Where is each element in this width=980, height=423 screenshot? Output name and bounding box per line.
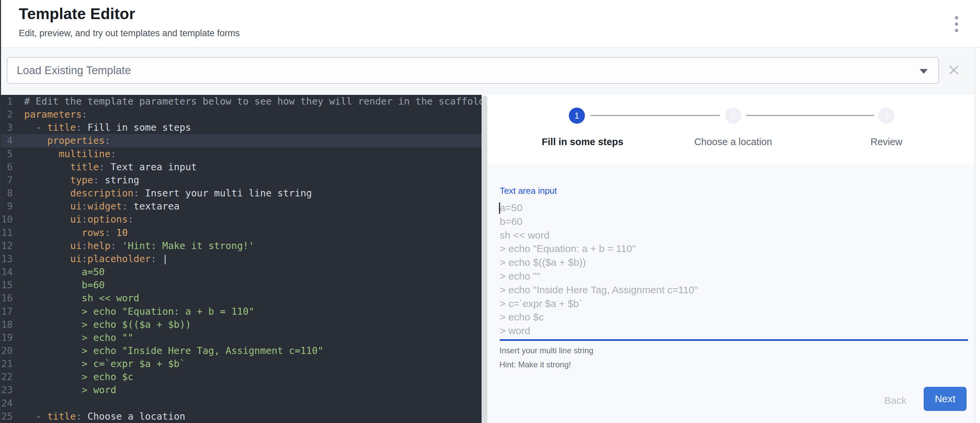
step-label-3: Review xyxy=(870,136,902,147)
line-content xyxy=(16,397,24,410)
line-number: 11 xyxy=(0,226,16,239)
line-content: > echo $c xyxy=(16,371,134,383)
line-number: 19 xyxy=(0,331,16,344)
line-number: 14 xyxy=(0,265,16,279)
line-content: properties: xyxy=(16,134,110,147)
textarea-placeholder-line: > word xyxy=(500,324,955,338)
line-content: parameters: xyxy=(16,108,88,121)
template-picker-band: Load Existing Template xyxy=(0,49,980,95)
code-line-4[interactable]: 4 properties: xyxy=(0,134,482,147)
textarea-placeholder-line: > echo "Equation: a + b = 110" xyxy=(500,242,955,256)
line-number: 21 xyxy=(0,357,16,371)
code-line-5[interactable]: 5 multiline: xyxy=(0,147,482,160)
line-content: ui:placeholder: | xyxy=(16,252,168,265)
textarea-placeholder-line: > c=`expr $a + $b` xyxy=(500,297,955,311)
line-content: ui:help: 'Hint: Make it strong!' xyxy=(16,239,254,252)
code-line-25[interactable]: 25 - title: Choose a location xyxy=(0,410,482,423)
code-line-9[interactable]: 9 ui:widget: textarea xyxy=(0,200,482,213)
stepper: 1Fill in some steps2Choose a location3Re… xyxy=(487,95,975,164)
multiline-textarea[interactable]: a=50b=60sh << word> echo "Equation: a + … xyxy=(500,201,955,338)
code-line-17[interactable]: 17 > echo "Equation: a + b = 110" xyxy=(0,305,482,318)
text-cursor xyxy=(499,203,500,214)
code-line-10[interactable]: 10 ui:options: xyxy=(0,213,482,226)
code-line-12[interactable]: 12 ui:help: 'Hint: Make it strong!' xyxy=(0,239,482,252)
textarea-placeholder-line: > echo "" xyxy=(500,269,955,283)
code-line-22[interactable]: 22 > echo $c xyxy=(0,371,482,383)
code-line-14[interactable]: 14 a=50 xyxy=(0,265,482,279)
yaml-code-editor[interactable]: 1# Edit the template parameters below to… xyxy=(0,95,482,423)
line-content: > echo "" xyxy=(16,331,134,344)
code-line-23[interactable]: 23 > word xyxy=(0,383,482,396)
textarea-placeholder-line: b=60 xyxy=(500,215,955,228)
textarea-placeholder-line: > echo $(($a + $b)) xyxy=(500,256,955,269)
page-subtitle: Edit, preview, and try out templates and… xyxy=(19,28,240,38)
textarea-placeholder-line: a=50 xyxy=(500,201,955,215)
line-number: 15 xyxy=(0,279,16,292)
next-button[interactable]: Next xyxy=(924,387,967,411)
load-template-select[interactable]: Load Existing Template xyxy=(7,57,939,84)
line-number: 2 xyxy=(0,108,16,121)
kebab-menu-icon[interactable] xyxy=(953,16,961,32)
line-number: 9 xyxy=(0,200,16,213)
code-line-11[interactable]: 11 rows: 10 xyxy=(0,226,482,239)
code-line-13[interactable]: 13 ui:placeholder: | xyxy=(0,252,482,265)
step-circle-2[interactable]: 2 xyxy=(725,108,741,124)
textarea-placeholder-line: sh << word xyxy=(500,228,955,242)
code-line-1[interactable]: 1# Edit the template parameters below to… xyxy=(0,95,482,108)
code-line-20[interactable]: 20 > echo "Inside Here Tag, Assignment c… xyxy=(0,344,482,357)
template-preview-panel: 1Fill in some steps2Choose a location3Re… xyxy=(487,95,975,423)
line-number: 1 xyxy=(0,95,16,108)
field-hint: Hint: Make it strong! xyxy=(500,360,571,369)
line-content: sh << word xyxy=(16,292,139,305)
code-line-18[interactable]: 18 > echo $(($a + $b)) xyxy=(0,318,482,331)
code-line-7[interactable]: 7 type: string xyxy=(0,174,482,187)
step-circle-3[interactable]: 3 xyxy=(878,108,894,124)
step-circle-1[interactable]: 1 xyxy=(569,108,585,124)
line-content: type: string xyxy=(16,174,139,187)
field-description: Insert your multi line string xyxy=(500,346,593,355)
window-left-edge xyxy=(0,0,1,423)
line-number: 12 xyxy=(0,239,16,252)
editor-scrollbar[interactable] xyxy=(482,95,487,423)
line-number: 3 xyxy=(0,121,16,134)
code-line-3[interactable]: 3 - title: Fill in some steps xyxy=(0,121,482,134)
line-number: 8 xyxy=(0,187,16,200)
line-number: 17 xyxy=(0,305,16,318)
back-button[interactable]: Back xyxy=(878,391,913,410)
line-content: > echo "Equation: a + b = 110" xyxy=(16,305,254,318)
field-label: Text area input xyxy=(500,186,557,196)
line-number: 22 xyxy=(0,371,16,383)
code-line-2[interactable]: 2parameters: xyxy=(0,108,482,121)
stepper-connector-2 xyxy=(746,115,874,116)
line-number: 20 xyxy=(0,344,16,357)
line-number: 18 xyxy=(0,318,16,331)
stepper-connector-1 xyxy=(590,115,720,116)
code-line-21[interactable]: 21 > c=`expr $a + $b` xyxy=(0,357,482,371)
clear-template-button[interactable] xyxy=(944,60,964,80)
code-line-6[interactable]: 6 title: Text area input xyxy=(0,160,482,174)
line-content: - title: Fill in some steps xyxy=(16,121,191,134)
line-number: 16 xyxy=(0,292,16,305)
line-content: title: Text area input xyxy=(16,160,197,174)
line-number: 10 xyxy=(0,213,16,226)
step-label-1: Fill in some steps xyxy=(542,136,623,147)
line-content: ui:options: xyxy=(16,213,134,226)
line-content: > word xyxy=(16,383,116,396)
line-content: ui:widget: textarea xyxy=(16,200,180,213)
code-line-24[interactable]: 24 xyxy=(0,397,482,410)
line-number: 6 xyxy=(0,160,16,174)
line-content: description: Insert your multi line stri… xyxy=(16,187,312,200)
form-section: Text area input a=50b=60sh << word> echo… xyxy=(487,164,975,423)
code-line-16[interactable]: 16 sh << word xyxy=(0,292,482,305)
header: Template Editor Edit, preview, and try o… xyxy=(0,0,980,48)
line-content: b=60 xyxy=(16,279,105,292)
line-content: > c=`expr $a + $b` xyxy=(16,357,185,371)
line-number: 5 xyxy=(0,147,16,160)
code-line-15[interactable]: 15 b=60 xyxy=(0,279,482,292)
load-template-placeholder: Load Existing Template xyxy=(17,64,131,77)
code-line-19[interactable]: 19 > echo "" xyxy=(0,331,482,344)
line-content: rows: 10 xyxy=(16,226,128,239)
line-content: a=50 xyxy=(16,265,105,279)
panel-right-border xyxy=(975,49,980,423)
code-line-8[interactable]: 8 description: Insert your multi line st… xyxy=(0,187,482,200)
